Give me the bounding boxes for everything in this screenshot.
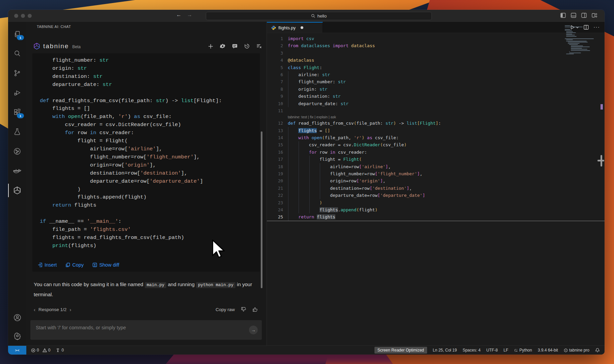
code-line[interactable]: 9 destination: str (267, 93, 605, 100)
settings-button[interactable] (12, 331, 22, 340)
indentation[interactable]: Spaces: 4 (463, 348, 480, 353)
screen-reader-chip[interactable]: Screen Reader Optimized (374, 347, 427, 354)
toggle-sidebar-icon[interactable] (560, 13, 566, 18)
chat-code-line: print(flights) (40, 242, 256, 250)
prev-response-button[interactable]: ‹ (34, 307, 35, 312)
insert-button[interactable]: Insert (38, 262, 57, 268)
code-line[interactable]: 10 departure_date: str (267, 100, 605, 107)
code-line[interactable]: 25 return flights (267, 213, 605, 221)
code-line[interactable]: 22 departure_date=row['departure_date'] (267, 192, 605, 199)
zoom-window-button[interactable] (28, 14, 32, 18)
feedback-button[interactable] (232, 43, 238, 49)
search-icon (13, 50, 21, 58)
code-line[interactable]: 14 with open(file_path, 'r') as csv_file… (267, 134, 605, 141)
sidebar-item-explorer[interactable]: 1 (12, 29, 22, 39)
code-line[interactable]: 2from dataclasses import dataclass (267, 42, 605, 49)
chat-scrollbar[interactable] (261, 131, 262, 288)
code-line[interactable]: 5class Flight: (267, 64, 605, 71)
code-line[interactable]: 12def read_flights_from_csv(file_path: s… (267, 120, 605, 127)
sidebar-item-search[interactable] (12, 49, 22, 58)
sidebar-item-extensions[interactable]: 1 (12, 108, 22, 117)
clear-chat-button[interactable] (256, 43, 262, 49)
tab-filename: flights.py (278, 25, 296, 30)
code-line[interactable]: 7 flight_number: str (267, 78, 605, 85)
chat-code-line: flight_number=row['flight_number'], (40, 153, 256, 161)
forward-button[interactable]: → (187, 12, 192, 18)
code-line[interactable]: 4@dataclass (267, 57, 605, 64)
code-line[interactable]: 23 ) (267, 199, 605, 206)
history-button[interactable] (244, 43, 250, 49)
remote-indicator[interactable]: >< (8, 346, 26, 355)
chat-code-line: csv_reader = csv.DictReader(csv_file) (40, 121, 256, 129)
sidebar-item-run-debug[interactable] (12, 88, 22, 97)
ports-indicator[interactable]: 0 (56, 348, 64, 353)
bell-icon[interactable] (595, 348, 600, 353)
copy-button[interactable]: Copy (65, 262, 84, 268)
response-counter: Response 1/2 (38, 307, 66, 312)
code-line[interactable]: 18 airline=row['airline'], (267, 163, 605, 170)
tab-flights-py[interactable]: flights.py (267, 22, 323, 33)
accounts-button[interactable] (12, 313, 22, 322)
scrollbar-handle[interactable] (597, 155, 604, 166)
code-line[interactable]: 17 flight = Flight( (267, 156, 605, 163)
code-line[interactable]: 20 origin=row['origin'], (267, 177, 605, 184)
code-line[interactable]: 19 flight_number=row['flight_number'], (267, 170, 605, 177)
eol-sequence[interactable]: LF (504, 348, 508, 353)
chat-code-line: def read_flights_from_csv(file_path: str… (40, 97, 256, 105)
code-line[interactable]: 6 airline: str (267, 71, 605, 78)
code-line[interactable]: 16 for row in csv_reader: (267, 149, 605, 156)
chat-input[interactable]: Start with '/' for commands, or simply t… (30, 320, 262, 340)
unsaved-dot-icon[interactable] (301, 26, 303, 29)
codelens-row[interactable]: tabnine: test | fix | explain | ask (267, 114, 605, 120)
code-editor[interactable]: 1import csv2from dataclasses import data… (267, 35, 605, 346)
back-button[interactable]: ← (176, 12, 182, 18)
warning-icon (43, 348, 47, 353)
minimize-window-button[interactable] (21, 14, 25, 18)
tabnine-pro-status[interactable]: tabnine pro (564, 348, 589, 353)
code-line[interactable]: 24 flights.append(flight) (267, 206, 605, 213)
thumbs-up-button[interactable] (252, 307, 258, 312)
show-diff-button[interactable]: Show diff (92, 262, 119, 268)
close-window-button[interactable] (14, 14, 18, 18)
cursor-position[interactable]: Ln 25, Col 19 (433, 348, 457, 353)
sidebar-item-tabnine[interactable] (12, 186, 22, 195)
send-button[interactable]: → (249, 326, 258, 334)
comment-icon (232, 43, 238, 49)
sidebar-item-references[interactable] (12, 147, 22, 156)
beaker-icon (13, 128, 21, 136)
chat-code-line: destination: str (40, 73, 256, 81)
chat-code-line: origin: str (40, 65, 256, 73)
chat-settings-button[interactable] (220, 43, 225, 49)
copy-raw-button[interactable]: Copy raw (216, 307, 235, 312)
command-center-search[interactable]: hello (206, 12, 432, 20)
chat-code-block[interactable]: flight_number: str origin: str destinati… (32, 53, 260, 272)
code-line[interactable]: 15 csv_reader = csv.DictReader(csv_file) (267, 141, 605, 148)
new-chat-button[interactable] (208, 44, 213, 49)
sidebar-item-testing[interactable] (12, 127, 22, 136)
next-response-button[interactable]: › (69, 307, 71, 312)
sidebar-item-docker[interactable] (12, 166, 22, 176)
encoding[interactable]: UTF-8 (486, 348, 498, 353)
chat-code-line: origin=row['origin'], (40, 161, 256, 170)
code-line[interactable]: 13 flights = [] (267, 127, 605, 134)
code-line[interactable]: 21 destination=row['destination'], (267, 185, 605, 192)
code-line[interactable]: 8 origin: str (267, 86, 605, 93)
sidebar-item-source-control[interactable] (12, 68, 22, 78)
customize-layout-icon[interactable] (592, 13, 597, 18)
chat-code-line: flight = Flight( (40, 137, 256, 145)
code-line[interactable]: 1import csv (267, 35, 605, 42)
toggle-panel-icon[interactable] (571, 13, 576, 18)
python-interpreter[interactable]: 3.9.4 64-bit (538, 348, 558, 353)
minimap[interactable] (565, 25, 598, 55)
traffic-lights[interactable] (14, 14, 32, 18)
code-line[interactable]: 11 (267, 107, 605, 114)
code-line[interactable]: 3 (267, 50, 605, 57)
tabnine-hex-icon (564, 348, 568, 353)
insert-icon (38, 263, 43, 267)
thumbs-down-button[interactable] (241, 307, 246, 312)
problems-indicator[interactable]: 0 0 (31, 348, 50, 353)
language-mode[interactable]: Python (514, 348, 532, 353)
toggle-secondary-sidebar-icon[interactable] (581, 13, 587, 18)
gear-icon (220, 43, 225, 49)
inline-code-python-mainpy: python main.py (196, 282, 235, 288)
